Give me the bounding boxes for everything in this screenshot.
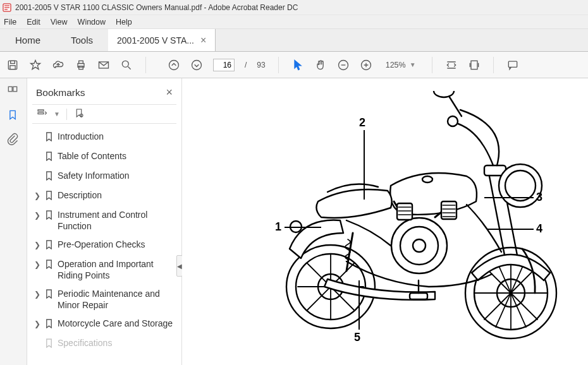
callout-1: 1 xyxy=(275,220,281,234)
cloud-upload-icon[interactable] xyxy=(52,59,64,71)
svg-rect-3 xyxy=(10,65,15,69)
bookmark-item[interactable]: Safety Information xyxy=(32,167,176,186)
motorcycle-diagram xyxy=(258,91,568,356)
tab-tools[interactable]: Tools xyxy=(56,29,108,51)
toolbar-separator xyxy=(493,57,494,73)
workspace: Bookmarks × ▼ Introduction Table of Cont… xyxy=(0,78,588,365)
bookmark-icon xyxy=(45,131,54,143)
svg-rect-15 xyxy=(8,87,12,92)
menu-view[interactable]: View xyxy=(51,18,68,27)
bookmark-item[interactable]: ❯Motorcycle Care and Storage xyxy=(32,314,176,334)
callout-2: 2 xyxy=(359,116,365,129)
bookmark-item[interactable]: ❯Pre-Operation Checks xyxy=(32,236,176,255)
expand-icon[interactable]: ❯ xyxy=(34,190,41,200)
bookmark-icon xyxy=(45,289,54,301)
toolbar-separator xyxy=(432,57,432,73)
chevron-down-icon[interactable]: ▼ xyxy=(54,111,60,117)
expand-icon[interactable]: ❯ xyxy=(34,239,41,249)
zoom-in-icon[interactable] xyxy=(360,59,372,71)
bookmark-icon xyxy=(45,318,54,330)
bookmark-icon xyxy=(45,259,54,271)
callout-3: 3 xyxy=(536,191,542,204)
svg-line-42 xyxy=(448,94,462,116)
tab-document[interactable]: 2001-2005 V STA... × xyxy=(108,29,216,51)
star-icon[interactable] xyxy=(29,59,42,71)
toolbar-separator xyxy=(145,57,146,73)
document-viewport[interactable]: 2 1 3 4 5 xyxy=(182,78,588,365)
close-icon[interactable]: × xyxy=(166,86,173,99)
page-down-icon[interactable] xyxy=(190,59,203,71)
toolbar-separator xyxy=(278,57,279,73)
save-icon[interactable] xyxy=(6,59,19,71)
bookmark-icon xyxy=(45,210,54,222)
svg-rect-16 xyxy=(13,87,17,92)
bookmark-item[interactable]: ❯Description xyxy=(32,186,176,206)
tab-document-label: 2001-2005 V STA... xyxy=(117,35,194,45)
leader-line xyxy=(487,229,534,230)
callout-4: 4 xyxy=(536,222,542,236)
print-icon[interactable] xyxy=(75,59,87,71)
bookmark-icon xyxy=(45,338,54,350)
find-bookmark-icon[interactable] xyxy=(73,107,85,121)
zoom-level[interactable]: 125% ▼ xyxy=(383,59,419,71)
expand-icon[interactable]: ❯ xyxy=(34,210,41,220)
fit-width-icon[interactable] xyxy=(445,59,458,71)
zoom-value: 125% xyxy=(386,61,406,69)
expand-icon[interactable]: ❯ xyxy=(34,289,41,299)
bookmark-item[interactable]: Specifications xyxy=(32,334,176,354)
svg-rect-13 xyxy=(471,61,477,69)
toolbar: / 93 125% ▼ xyxy=(0,52,588,78)
bookmark-ribbon-icon[interactable] xyxy=(6,109,20,123)
selection-cursor-icon[interactable] xyxy=(291,59,304,71)
page-up-icon[interactable] xyxy=(168,59,180,71)
page-total: 93 xyxy=(257,61,265,69)
page-number-input[interactable] xyxy=(213,59,235,71)
svg-point-9 xyxy=(169,60,179,69)
svg-point-43 xyxy=(434,91,454,97)
search-icon[interactable] xyxy=(120,59,133,71)
callout-5: 5 xyxy=(354,331,360,344)
leader-line xyxy=(364,130,365,200)
bookmark-item[interactable]: Table of Contents xyxy=(32,147,176,167)
expand-icon[interactable]: ❯ xyxy=(34,318,41,328)
close-icon[interactable]: × xyxy=(200,35,206,46)
menu-edit[interactable]: Edit xyxy=(27,18,40,27)
bookmarks-list: Introduction Table of Contents Safety In… xyxy=(32,128,176,354)
bookmark-item[interactable]: Introduction xyxy=(32,128,176,147)
menu-file[interactable]: File xyxy=(4,18,16,27)
tab-home[interactable]: Home xyxy=(0,29,56,51)
nav-rail xyxy=(0,78,27,365)
window-title: 2001-2005 V STAR 1100 CLASSIC Owners Man… xyxy=(15,3,298,12)
bookmarks-title: Bookmarks xyxy=(36,87,85,99)
page-separator: / xyxy=(245,61,247,69)
svg-rect-18 xyxy=(38,112,44,114)
mail-icon[interactable] xyxy=(97,59,110,71)
bookmark-item[interactable]: ❯Periodic Maintenance and Minor Repair xyxy=(32,285,176,314)
fit-page-icon[interactable] xyxy=(468,59,481,71)
hand-icon[interactable] xyxy=(314,59,327,71)
thumbnails-icon[interactable] xyxy=(6,85,20,99)
svg-point-41 xyxy=(448,116,458,126)
svg-rect-14 xyxy=(508,61,517,67)
page-content: 2 1 3 4 5 xyxy=(182,78,588,365)
leader-line xyxy=(484,197,534,198)
expand-icon[interactable]: ❯ xyxy=(34,259,41,269)
bookmark-item[interactable]: ❯Instrument and Control Function xyxy=(32,206,176,236)
svg-rect-17 xyxy=(38,110,44,111)
menu-window[interactable]: Window xyxy=(78,18,106,27)
zoom-out-icon[interactable] xyxy=(337,59,350,71)
svg-rect-5 xyxy=(79,61,83,63)
svg-point-8 xyxy=(122,61,128,67)
leader-line xyxy=(285,227,321,228)
bookmarks-sidebar: Bookmarks × ▼ Introduction Table of Cont… xyxy=(27,78,182,365)
svg-rect-49 xyxy=(397,203,412,220)
menu-help[interactable]: Help xyxy=(116,18,132,27)
svg-rect-59 xyxy=(410,293,427,299)
attachment-icon[interactable] xyxy=(6,133,20,147)
comment-icon[interactable] xyxy=(506,59,519,71)
options-icon[interactable] xyxy=(36,107,47,121)
svg-point-10 xyxy=(192,60,202,69)
bookmark-item[interactable]: ❯Operation and Important Riding Points xyxy=(32,255,176,285)
svg-rect-2 xyxy=(11,61,15,63)
pdf-file-icon xyxy=(3,3,11,12)
